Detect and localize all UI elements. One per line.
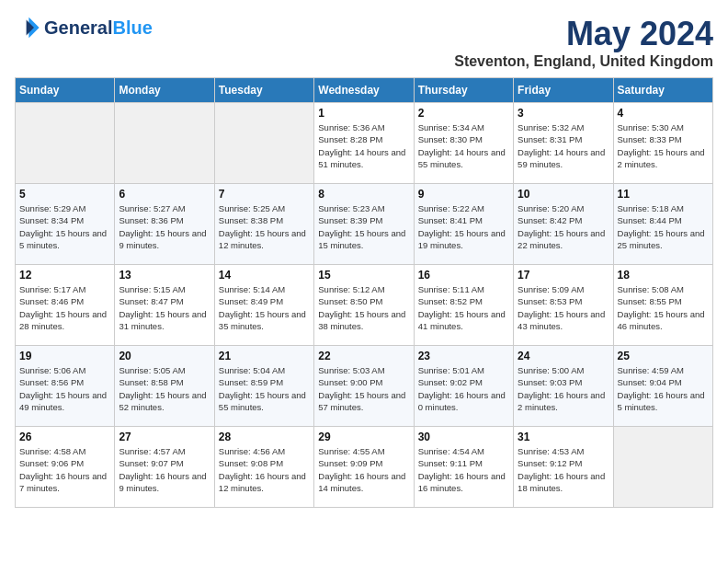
month-title: May 2024 bbox=[454, 15, 713, 53]
day-number: 18 bbox=[618, 269, 709, 282]
day-number: 30 bbox=[418, 431, 509, 443]
calendar-cell: 22Sunrise: 5:03 AMSunset: 9:00 PMDayligh… bbox=[314, 346, 414, 427]
calendar-cell: 18Sunrise: 5:08 AMSunset: 8:55 PMDayligh… bbox=[613, 265, 712, 346]
cell-info: Sunrise: 4:54 AMSunset: 9:11 PMDaylight:… bbox=[418, 445, 509, 494]
cell-info: Sunrise: 5:09 AMSunset: 8:53 PMDaylight:… bbox=[518, 283, 609, 332]
calendar-cell: 29Sunrise: 4:55 AMSunset: 9:09 PMDayligh… bbox=[314, 427, 414, 508]
day-number: 10 bbox=[518, 188, 609, 201]
col-header-monday: Monday bbox=[115, 78, 214, 103]
calendar-cell bbox=[115, 103, 214, 184]
calendar-cell: 12Sunrise: 5:17 AMSunset: 8:46 PMDayligh… bbox=[16, 265, 115, 346]
calendar-table: SundayMondayTuesdayWednesdayThursdayFrid… bbox=[15, 77, 713, 508]
calendar-cell: 20Sunrise: 5:05 AMSunset: 8:58 PMDayligh… bbox=[115, 346, 214, 427]
calendar-cell: 9Sunrise: 5:22 AMSunset: 8:41 PMDaylight… bbox=[414, 184, 513, 265]
day-number: 13 bbox=[119, 269, 210, 282]
cell-info: Sunrise: 4:59 AMSunset: 9:04 PMDaylight:… bbox=[618, 364, 709, 413]
day-number: 29 bbox=[318, 431, 409, 443]
week-row-4: 19Sunrise: 5:06 AMSunset: 8:56 PMDayligh… bbox=[16, 346, 713, 427]
cell-info: Sunrise: 5:15 AMSunset: 8:47 PMDaylight:… bbox=[119, 283, 210, 332]
day-number: 2 bbox=[418, 107, 509, 120]
calendar-cell: 11Sunrise: 5:18 AMSunset: 8:44 PMDayligh… bbox=[613, 184, 712, 265]
cell-info: Sunrise: 5:34 AMSunset: 8:30 PMDaylight:… bbox=[418, 121, 509, 170]
cell-info: Sunrise: 5:25 AMSunset: 8:38 PMDaylight:… bbox=[219, 202, 310, 251]
cell-info: Sunrise: 5:00 AMSunset: 9:03 PMDaylight:… bbox=[518, 364, 609, 413]
cell-info: Sunrise: 5:23 AMSunset: 8:39 PMDaylight:… bbox=[318, 202, 409, 251]
day-number: 25 bbox=[618, 350, 709, 362]
day-number: 11 bbox=[618, 188, 709, 201]
day-number: 7 bbox=[219, 188, 310, 201]
location: Steventon, England, United Kingdom bbox=[454, 53, 713, 70]
calendar-cell: 30Sunrise: 4:54 AMSunset: 9:11 PMDayligh… bbox=[414, 427, 513, 508]
cell-info: Sunrise: 5:08 AMSunset: 8:55 PMDaylight:… bbox=[618, 283, 709, 332]
cell-info: Sunrise: 4:55 AMSunset: 9:09 PMDaylight:… bbox=[318, 445, 409, 494]
cell-info: Sunrise: 5:32 AMSunset: 8:31 PMDaylight:… bbox=[518, 121, 609, 170]
day-number: 28 bbox=[219, 431, 310, 443]
cell-info: Sunrise: 5:27 AMSunset: 8:36 PMDaylight:… bbox=[119, 202, 210, 251]
logo-general: General bbox=[44, 17, 112, 38]
calendar-cell: 15Sunrise: 5:12 AMSunset: 8:50 PMDayligh… bbox=[314, 265, 414, 346]
cell-info: Sunrise: 5:20 AMSunset: 8:42 PMDaylight:… bbox=[518, 202, 609, 251]
week-row-3: 12Sunrise: 5:17 AMSunset: 8:46 PMDayligh… bbox=[16, 265, 713, 346]
day-number: 15 bbox=[318, 269, 409, 282]
header-row: SundayMondayTuesdayWednesdayThursdayFrid… bbox=[16, 78, 713, 103]
calendar-cell: 23Sunrise: 5:01 AMSunset: 9:02 PMDayligh… bbox=[414, 346, 513, 427]
cell-info: Sunrise: 5:01 AMSunset: 9:02 PMDaylight:… bbox=[418, 364, 509, 413]
cell-info: Sunrise: 5:17 AMSunset: 8:46 PMDaylight:… bbox=[19, 283, 110, 332]
cell-info: Sunrise: 5:04 AMSunset: 8:59 PMDaylight:… bbox=[219, 364, 310, 413]
cell-info: Sunrise: 4:53 AMSunset: 9:12 PMDaylight:… bbox=[518, 445, 609, 494]
day-number: 22 bbox=[318, 350, 409, 362]
week-row-2: 5Sunrise: 5:29 AMSunset: 8:34 PMDaylight… bbox=[16, 184, 713, 265]
day-number: 31 bbox=[518, 431, 609, 443]
calendar-cell bbox=[613, 427, 712, 508]
calendar-cell: 28Sunrise: 4:56 AMSunset: 9:08 PMDayligh… bbox=[214, 427, 313, 508]
cell-info: Sunrise: 5:12 AMSunset: 8:50 PMDaylight:… bbox=[318, 283, 409, 332]
calendar-cell: 24Sunrise: 5:00 AMSunset: 9:03 PMDayligh… bbox=[514, 346, 613, 427]
calendar-cell: 8Sunrise: 5:23 AMSunset: 8:39 PMDaylight… bbox=[314, 184, 414, 265]
col-header-friday: Friday bbox=[514, 78, 613, 103]
cell-info: Sunrise: 5:03 AMSunset: 9:00 PMDaylight:… bbox=[318, 364, 409, 413]
logo-icon bbox=[15, 15, 40, 40]
calendar-cell: 3Sunrise: 5:32 AMSunset: 8:31 PMDaylight… bbox=[514, 103, 613, 184]
day-number: 5 bbox=[19, 188, 110, 201]
calendar-cell: 6Sunrise: 5:27 AMSunset: 8:36 PMDaylight… bbox=[115, 184, 214, 265]
cell-info: Sunrise: 5:11 AMSunset: 8:52 PMDaylight:… bbox=[418, 283, 509, 332]
calendar-cell: 17Sunrise: 5:09 AMSunset: 8:53 PMDayligh… bbox=[514, 265, 613, 346]
cell-info: Sunrise: 5:14 AMSunset: 8:49 PMDaylight:… bbox=[219, 283, 310, 332]
day-number: 9 bbox=[418, 188, 509, 201]
day-number: 21 bbox=[219, 350, 310, 362]
calendar-cell: 2Sunrise: 5:34 AMSunset: 8:30 PMDaylight… bbox=[414, 103, 513, 184]
logo: GeneralBlue bbox=[15, 15, 153, 40]
cell-info: Sunrise: 5:30 AMSunset: 8:33 PMDaylight:… bbox=[618, 121, 709, 170]
cell-info: Sunrise: 5:22 AMSunset: 8:41 PMDaylight:… bbox=[418, 202, 509, 251]
cell-info: Sunrise: 4:57 AMSunset: 9:07 PMDaylight:… bbox=[119, 445, 210, 494]
cell-info: Sunrise: 5:05 AMSunset: 8:58 PMDaylight:… bbox=[119, 364, 210, 413]
day-number: 6 bbox=[119, 188, 210, 201]
calendar-cell: 25Sunrise: 4:59 AMSunset: 9:04 PMDayligh… bbox=[613, 346, 712, 427]
calendar-cell: 26Sunrise: 4:58 AMSunset: 9:06 PMDayligh… bbox=[16, 427, 115, 508]
calendar-cell: 13Sunrise: 5:15 AMSunset: 8:47 PMDayligh… bbox=[115, 265, 214, 346]
day-number: 12 bbox=[19, 269, 110, 282]
day-number: 23 bbox=[418, 350, 509, 362]
week-row-1: 1Sunrise: 5:36 AMSunset: 8:28 PMDaylight… bbox=[16, 103, 713, 184]
cell-info: Sunrise: 5:18 AMSunset: 8:44 PMDaylight:… bbox=[618, 202, 709, 251]
day-number: 19 bbox=[19, 350, 110, 362]
cell-info: Sunrise: 5:29 AMSunset: 8:34 PMDaylight:… bbox=[19, 202, 110, 251]
calendar-cell: 14Sunrise: 5:14 AMSunset: 8:49 PMDayligh… bbox=[214, 265, 313, 346]
col-header-thursday: Thursday bbox=[414, 78, 513, 103]
week-row-5: 26Sunrise: 4:58 AMSunset: 9:06 PMDayligh… bbox=[16, 427, 713, 508]
day-number: 14 bbox=[219, 269, 310, 282]
day-number: 16 bbox=[418, 269, 509, 282]
day-number: 4 bbox=[618, 107, 709, 120]
day-number: 8 bbox=[318, 188, 409, 201]
cell-info: Sunrise: 4:56 AMSunset: 9:08 PMDaylight:… bbox=[219, 445, 310, 494]
cell-info: Sunrise: 4:58 AMSunset: 9:06 PMDaylight:… bbox=[19, 445, 110, 494]
page-header: GeneralBlue May 2024 Steventon, England,… bbox=[15, 15, 713, 70]
calendar-cell: 1Sunrise: 5:36 AMSunset: 8:28 PMDaylight… bbox=[314, 103, 414, 184]
calendar-cell: 27Sunrise: 4:57 AMSunset: 9:07 PMDayligh… bbox=[115, 427, 214, 508]
calendar-cell: 31Sunrise: 4:53 AMSunset: 9:12 PMDayligh… bbox=[514, 427, 613, 508]
calendar-cell: 19Sunrise: 5:06 AMSunset: 8:56 PMDayligh… bbox=[16, 346, 115, 427]
col-header-tuesday: Tuesday bbox=[214, 78, 313, 103]
day-number: 26 bbox=[19, 431, 110, 443]
col-header-sunday: Sunday bbox=[16, 78, 115, 103]
calendar-cell: 21Sunrise: 5:04 AMSunset: 8:59 PMDayligh… bbox=[214, 346, 313, 427]
